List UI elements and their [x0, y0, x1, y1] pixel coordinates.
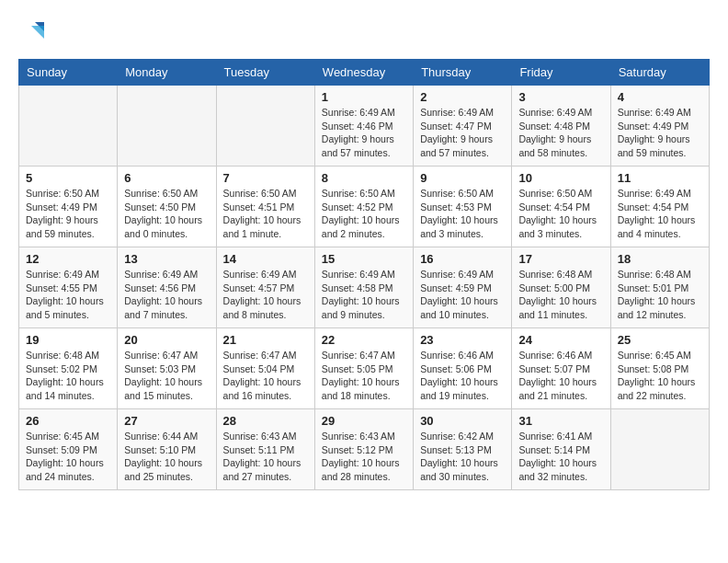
calendar-cell: 7Sunrise: 6:50 AM Sunset: 4:51 PM Daylig…: [216, 167, 314, 247]
day-number: 3: [518, 90, 603, 104]
day-detail: Sunrise: 6:41 AM Sunset: 5:14 PM Dayligh…: [518, 430, 603, 484]
weekday-header-sunday: Sunday: [19, 60, 118, 86]
calendar-cell: 18Sunrise: 6:48 AM Sunset: 5:01 PM Dayli…: [610, 247, 709, 328]
page-header: [18, 18, 710, 44]
calendar-cell: 9Sunrise: 6:50 AM Sunset: 4:53 PM Daylig…: [414, 167, 512, 247]
day-number: 31: [518, 414, 603, 428]
day-number: 18: [618, 252, 702, 266]
day-number: 19: [26, 333, 110, 347]
calendar-cell: 24Sunrise: 6:46 AM Sunset: 5:07 PM Dayli…: [512, 328, 610, 409]
calendar-cell: 20Sunrise: 6:47 AM Sunset: 5:03 PM Dayli…: [118, 328, 216, 409]
weekday-header-tuesday: Tuesday: [216, 60, 314, 86]
weekday-header-wednesday: Wednesday: [314, 60, 413, 86]
calendar-cell: 22Sunrise: 6:47 AM Sunset: 5:05 PM Dayli…: [314, 328, 413, 409]
calendar-cell: 11Sunrise: 6:49 AM Sunset: 4:54 PM Dayli…: [610, 167, 709, 247]
day-detail: Sunrise: 6:49 AM Sunset: 4:58 PM Dayligh…: [322, 268, 406, 322]
calendar-cell: 2Sunrise: 6:49 AM Sunset: 4:47 PM Daylig…: [414, 86, 512, 167]
day-detail: Sunrise: 6:49 AM Sunset: 4:57 PM Dayligh…: [223, 268, 308, 322]
day-number: 13: [124, 252, 209, 266]
day-detail: Sunrise: 6:50 AM Sunset: 4:52 PM Dayligh…: [322, 187, 406, 241]
day-detail: Sunrise: 6:49 AM Sunset: 4:55 PM Dayligh…: [26, 268, 110, 322]
calendar-cell: 17Sunrise: 6:48 AM Sunset: 5:00 PM Dayli…: [512, 247, 610, 328]
day-detail: Sunrise: 6:50 AM Sunset: 4:51 PM Dayligh…: [223, 187, 308, 241]
day-number: 9: [420, 171, 505, 185]
week-row-3: 12Sunrise: 6:49 AM Sunset: 4:55 PM Dayli…: [19, 247, 710, 328]
weekday-header-saturday: Saturday: [610, 60, 709, 86]
logo-icon: [18, 18, 44, 44]
day-detail: Sunrise: 6:49 AM Sunset: 4:49 PM Dayligh…: [618, 106, 702, 160]
calendar-cell: 19Sunrise: 6:48 AM Sunset: 5:02 PM Dayli…: [19, 328, 118, 409]
day-detail: Sunrise: 6:49 AM Sunset: 4:47 PM Dayligh…: [420, 106, 505, 160]
calendar-cell: 8Sunrise: 6:50 AM Sunset: 4:52 PM Daylig…: [314, 167, 413, 247]
day-number: 6: [124, 171, 209, 185]
day-detail: Sunrise: 6:48 AM Sunset: 5:02 PM Dayligh…: [26, 349, 110, 403]
day-detail: Sunrise: 6:49 AM Sunset: 4:56 PM Dayligh…: [124, 268, 209, 322]
day-number: 15: [322, 252, 406, 266]
day-number: 16: [420, 252, 505, 266]
weekday-header-monday: Monday: [118, 60, 216, 86]
calendar-cell: 15Sunrise: 6:49 AM Sunset: 4:58 PM Dayli…: [314, 247, 413, 328]
day-detail: Sunrise: 6:49 AM Sunset: 4:48 PM Dayligh…: [518, 106, 603, 160]
day-detail: Sunrise: 6:43 AM Sunset: 5:11 PM Dayligh…: [223, 430, 308, 484]
day-number: 8: [322, 171, 406, 185]
logo: [18, 18, 48, 44]
day-number: 5: [26, 171, 110, 185]
day-number: 17: [518, 252, 603, 266]
day-number: 12: [26, 252, 110, 266]
day-detail: Sunrise: 6:42 AM Sunset: 5:13 PM Dayligh…: [420, 430, 505, 484]
day-detail: Sunrise: 6:49 AM Sunset: 4:46 PM Dayligh…: [322, 106, 406, 160]
day-number: 29: [322, 414, 406, 428]
weekday-header-thursday: Thursday: [414, 60, 512, 86]
day-detail: Sunrise: 6:45 AM Sunset: 5:09 PM Dayligh…: [26, 430, 110, 484]
calendar-cell: [610, 409, 709, 490]
day-number: 24: [518, 333, 603, 347]
calendar-cell: [19, 86, 118, 167]
day-number: 23: [420, 333, 505, 347]
day-detail: Sunrise: 6:46 AM Sunset: 5:07 PM Dayligh…: [518, 349, 603, 403]
calendar-cell: 16Sunrise: 6:49 AM Sunset: 4:59 PM Dayli…: [414, 247, 512, 328]
calendar-cell: [118, 86, 216, 167]
day-detail: Sunrise: 6:49 AM Sunset: 4:59 PM Dayligh…: [420, 268, 505, 322]
calendar-cell: 4Sunrise: 6:49 AM Sunset: 4:49 PM Daylig…: [610, 86, 709, 167]
day-detail: Sunrise: 6:48 AM Sunset: 5:00 PM Dayligh…: [518, 268, 603, 322]
day-detail: Sunrise: 6:49 AM Sunset: 4:54 PM Dayligh…: [618, 187, 702, 241]
day-detail: Sunrise: 6:43 AM Sunset: 5:12 PM Dayligh…: [322, 430, 406, 484]
calendar-cell: [216, 86, 314, 167]
calendar-cell: 23Sunrise: 6:46 AM Sunset: 5:06 PM Dayli…: [414, 328, 512, 409]
day-number: 10: [518, 171, 603, 185]
week-row-4: 19Sunrise: 6:48 AM Sunset: 5:02 PM Dayli…: [19, 328, 710, 409]
day-number: 1: [322, 90, 406, 104]
day-number: 7: [223, 171, 308, 185]
day-detail: Sunrise: 6:47 AM Sunset: 5:05 PM Dayligh…: [322, 349, 406, 403]
day-number: 26: [26, 414, 110, 428]
calendar-cell: 27Sunrise: 6:44 AM Sunset: 5:10 PM Dayli…: [118, 409, 216, 490]
day-number: 21: [223, 333, 308, 347]
day-detail: Sunrise: 6:48 AM Sunset: 5:01 PM Dayligh…: [618, 268, 702, 322]
day-detail: Sunrise: 6:47 AM Sunset: 5:04 PM Dayligh…: [223, 349, 308, 403]
calendar-cell: 5Sunrise: 6:50 AM Sunset: 4:49 PM Daylig…: [19, 167, 118, 247]
day-number: 25: [618, 333, 702, 347]
calendar-cell: 10Sunrise: 6:50 AM Sunset: 4:54 PM Dayli…: [512, 167, 610, 247]
calendar-cell: 1Sunrise: 6:49 AM Sunset: 4:46 PM Daylig…: [314, 86, 413, 167]
day-detail: Sunrise: 6:50 AM Sunset: 4:50 PM Dayligh…: [124, 187, 209, 241]
calendar-cell: 3Sunrise: 6:49 AM Sunset: 4:48 PM Daylig…: [512, 86, 610, 167]
day-detail: Sunrise: 6:47 AM Sunset: 5:03 PM Dayligh…: [124, 349, 209, 403]
day-number: 2: [420, 90, 505, 104]
day-number: 20: [124, 333, 209, 347]
day-number: 4: [618, 90, 702, 104]
calendar-table: SundayMondayTuesdayWednesdayThursdayFrid…: [18, 59, 710, 490]
day-number: 22: [322, 333, 406, 347]
day-number: 11: [618, 171, 702, 185]
day-number: 30: [420, 414, 505, 428]
calendar-cell: 30Sunrise: 6:42 AM Sunset: 5:13 PM Dayli…: [414, 409, 512, 490]
weekday-header-row: SundayMondayTuesdayWednesdayThursdayFrid…: [19, 60, 710, 86]
calendar-cell: 12Sunrise: 6:49 AM Sunset: 4:55 PM Dayli…: [19, 247, 118, 328]
day-detail: Sunrise: 6:50 AM Sunset: 4:53 PM Dayligh…: [420, 187, 505, 241]
week-row-2: 5Sunrise: 6:50 AM Sunset: 4:49 PM Daylig…: [19, 167, 710, 247]
day-detail: Sunrise: 6:44 AM Sunset: 5:10 PM Dayligh…: [124, 430, 209, 484]
week-row-1: 1Sunrise: 6:49 AM Sunset: 4:46 PM Daylig…: [19, 86, 710, 167]
weekday-header-friday: Friday: [512, 60, 610, 86]
day-number: 28: [223, 414, 308, 428]
calendar-cell: 31Sunrise: 6:41 AM Sunset: 5:14 PM Dayli…: [512, 409, 610, 490]
day-detail: Sunrise: 6:46 AM Sunset: 5:06 PM Dayligh…: [420, 349, 505, 403]
